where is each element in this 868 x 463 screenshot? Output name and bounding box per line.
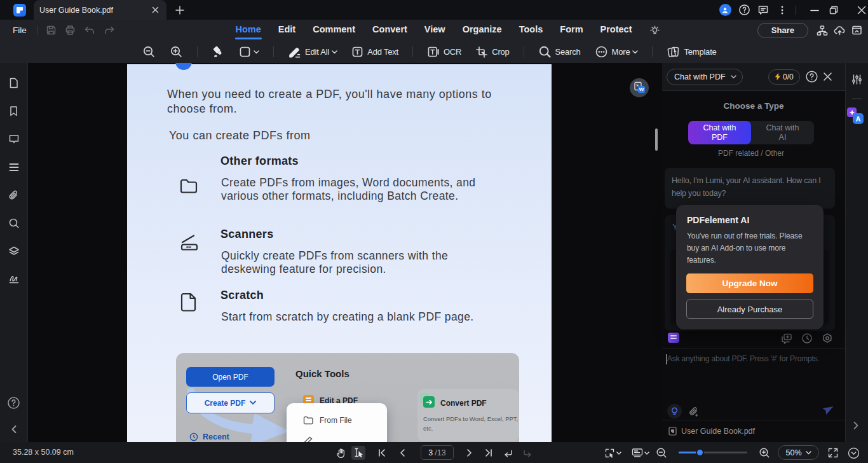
zoom-in-tool[interactable] (163, 43, 190, 61)
next-page-icon[interactable] (463, 446, 477, 460)
signature-panel-icon[interactable] (5, 273, 23, 285)
send-icon[interactable] (821, 404, 833, 416)
current-page: 3 (428, 448, 433, 457)
fullscreen-icon[interactable] (826, 446, 840, 460)
zoom-slider-knob[interactable] (696, 448, 704, 457)
edit-all-tool[interactable]: Edit All (281, 43, 344, 61)
tab-tools[interactable]: Tools (519, 20, 543, 41)
text-caret (666, 354, 667, 364)
zoom-out-tool[interactable] (135, 43, 163, 61)
more-tool[interactable]: More (588, 43, 646, 61)
document-viewer[interactable]: When you need to create a PDF, you'll ha… (28, 63, 662, 442)
crop-label: Crop (492, 47, 509, 57)
segment-chat-with-pdf[interactable]: Chat with PDF (688, 121, 751, 144)
sidebar-collapse-icon[interactable] (10, 425, 18, 434)
ai-panel-close-icon[interactable] (823, 72, 832, 81)
suggestion-bulb-icon[interactable] (667, 404, 682, 418)
search-tool[interactable]: Search (531, 43, 588, 61)
history-icon[interactable] (801, 333, 813, 344)
hand-tool-icon[interactable] (334, 446, 348, 460)
scanner-icon (179, 232, 201, 253)
collapse-toolbar-icon[interactable] (851, 25, 862, 36)
tab-protect[interactable]: Protect (600, 20, 632, 41)
page-graphic-dot (175, 63, 192, 70)
attachments-panel-icon[interactable] (5, 189, 23, 201)
statusbar-collapse-icon[interactable] (846, 446, 860, 460)
viewer-scrollbar[interactable] (655, 128, 658, 151)
add-text-tool[interactable]: Add Text (344, 43, 405, 61)
tab-comment[interactable]: Comment (313, 20, 355, 41)
prompt-library-icon[interactable] (668, 333, 679, 343)
pdfelement-window: User Guide Book.pdf (0, 0, 868, 463)
app-menu-icon[interactable] (773, 0, 792, 20)
tab-convert[interactable]: Convert (372, 20, 407, 41)
attached-file-row: User Guide Book.pdf (662, 420, 845, 442)
sidebar-help-icon[interactable] (7, 396, 20, 410)
tab-form[interactable]: Form (560, 20, 583, 41)
left-sidebar (0, 63, 28, 442)
outline-panel-icon[interactable] (5, 161, 23, 173)
convert-to-word-float-button[interactable]: W (630, 78, 649, 97)
bookmarks-panel-icon[interactable] (5, 105, 23, 117)
highlight-tool[interactable] (205, 43, 232, 61)
properties-sliders-icon[interactable] (851, 74, 862, 85)
reading-mode-icon[interactable] (631, 446, 650, 460)
document-tab[interactable]: User Guide Book.pdf (34, 0, 166, 20)
tab-edit[interactable]: Edit (278, 20, 295, 41)
chevron-down-icon (332, 50, 337, 54)
zoom-in-icon[interactable] (757, 446, 771, 460)
segment-chat-with-ai[interactable]: Chat with AI (751, 121, 814, 144)
zoom-out-icon[interactable] (654, 446, 668, 460)
ai-panel-header: Chat with PDF 0/0 (662, 63, 845, 91)
first-page-icon[interactable] (375, 446, 389, 460)
tab-organize[interactable]: Organize (463, 20, 502, 41)
ocr-label: OCR (444, 47, 461, 57)
already-purchase-button[interactable]: Already Purchase (686, 300, 813, 319)
prev-view-icon[interactable] (501, 446, 515, 460)
popup-title: PDFelement AI (687, 215, 749, 225)
template-tool[interactable]: Template (660, 43, 723, 61)
convert-pdf-icon (423, 396, 435, 408)
help-icon[interactable] (735, 0, 754, 20)
layers-panel-icon[interactable] (5, 245, 23, 257)
chat-mode-select[interactable]: Chat with PDF (667, 69, 743, 85)
zoom-slider[interactable] (679, 452, 747, 453)
shape-tool[interactable] (232, 43, 266, 61)
search-panel-icon[interactable] (5, 217, 23, 229)
page-number-box[interactable]: 3 /13 (421, 445, 454, 460)
collaborate-icon[interactable] (817, 25, 828, 36)
ocr-tool[interactable]: OCR (420, 43, 468, 61)
strip-collapse-icon[interactable] (852, 421, 860, 430)
ai-settings-icon[interactable] (822, 333, 833, 344)
share-button[interactable]: Share (757, 23, 808, 38)
attach-file-icon[interactable] (688, 406, 700, 417)
tab-close-icon[interactable] (149, 4, 161, 16)
tab-home[interactable]: Home (236, 20, 261, 41)
thumbnails-panel-icon[interactable] (5, 77, 23, 89)
feedback-icon[interactable] (754, 0, 773, 20)
snapshot-tool-icon[interactable] (604, 446, 621, 460)
restore-button[interactable] (824, 0, 843, 20)
upgrade-now-button[interactable]: Upgrade Now (686, 273, 813, 293)
ai-quota-badge[interactable]: 0/0 (768, 69, 800, 85)
prev-page-icon[interactable] (395, 446, 409, 460)
chevron-down-icon (632, 50, 638, 54)
ai-input-area[interactable]: Ask anything about PDF. Press '#' for Pr… (662, 349, 845, 420)
comments-panel-icon[interactable] (5, 133, 23, 145)
new-chat-icon[interactable] (781, 333, 792, 344)
minimize-button[interactable] (805, 0, 824, 20)
new-tab-button[interactable] (173, 3, 187, 17)
type-caption: PDF related / Other (662, 149, 840, 158)
zoom-level-box[interactable]: 50% (778, 445, 819, 460)
tab-view[interactable]: View (424, 20, 445, 41)
close-button[interactable] (852, 0, 868, 20)
next-view-icon[interactable] (520, 446, 534, 460)
account-avatar[interactable] (715, 0, 735, 20)
translate-icon[interactable]: A (847, 107, 865, 126)
crop-tool[interactable]: Crop (468, 43, 516, 61)
ai-help-icon[interactable] (805, 70, 818, 83)
select-tool-icon[interactable] (351, 446, 365, 460)
ai-lamp-icon[interactable] (649, 25, 660, 36)
cloud-upload-icon[interactable] (834, 25, 846, 36)
last-page-icon[interactable] (482, 446, 496, 460)
